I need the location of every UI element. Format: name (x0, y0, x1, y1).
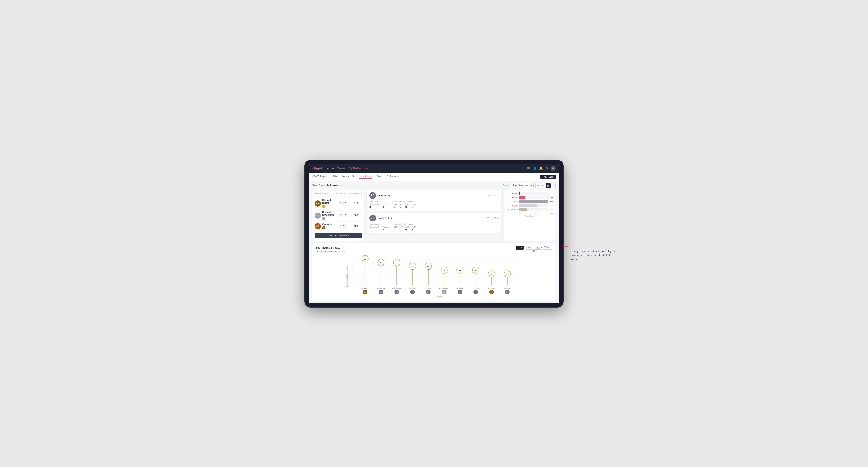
lollipop-quick: 3x C. Quick CQ (504, 271, 511, 294)
nav-home[interactable]: Home (327, 167, 334, 170)
x-label-0: 0 (519, 212, 520, 214)
bar-label-birdies: Birdies (506, 196, 518, 198)
svg-text:CQ: CQ (506, 291, 508, 293)
view-leaderboard-button[interactable]: View Full Leaderboard (315, 233, 362, 238)
bar-track-bogeys (519, 204, 548, 207)
bar-chart: Eagles 3 Birdies (506, 192, 553, 211)
player-card-josh-coles: JC Josh Coles 26 Aug 2023 Total Rounds (367, 213, 501, 233)
lollipop-ford: 4x D. Ford DF (457, 267, 463, 294)
lollipop-chart: Best Streak, Fairway Accuracy 0 2 4 6 (316, 255, 552, 297)
svg-text:R. Britt: R. Britt (426, 287, 431, 289)
streaks-title-text: Best Round Streaks (316, 246, 340, 249)
svg-text:5x: 5x (427, 266, 430, 268)
bar-count-birdies: 96 (551, 196, 553, 198)
list-view-btn[interactable]: ≡ (540, 183, 545, 188)
svg-text:6x: 6x (380, 262, 382, 264)
show-label: Show (503, 184, 509, 187)
app-val-rees: 0 (400, 206, 403, 208)
streaks-header: Best Round Streaks ← OTT APP ARG PUTT (316, 246, 552, 250)
player-name-1: Richard Butler (322, 199, 336, 204)
svg-text:C. Quick: C. Quick (504, 287, 511, 289)
bar-label-pars: Pars (506, 200, 518, 203)
x-label-400: 400 (550, 212, 553, 214)
sub-nav-hcaps[interactable]: Hcaps 1-5 (342, 175, 354, 178)
content-grid: PLAYER NAME PB SCORE PB AVG SQ RB Richar… (312, 190, 556, 241)
nav-my-performance[interactable]: My Performance (349, 167, 368, 170)
bar-fill-eagles (519, 192, 520, 195)
right-panel: Eagles 3 Birdies (504, 190, 556, 241)
card-name-rees: Rees Britt (378, 194, 390, 197)
svg-text:DF: DF (459, 291, 461, 293)
team-header: Team Clippd 14 Players ✏ Show Last 3 mon… (312, 183, 556, 188)
search-icon[interactable]: 🔍 (527, 166, 531, 170)
svg-text:E. Ewert: E. Ewert (362, 287, 368, 289)
leaderboard-header: PLAYER NAME PB SCORE PB AVG SQ (315, 192, 362, 196)
edit-icon[interactable]: ✏ (340, 184, 342, 187)
bar-count-eagles: 3 (552, 192, 553, 195)
user-avatar[interactable]: U (551, 166, 556, 171)
lollipop-butler: 3x R. Butler RB (488, 271, 495, 294)
filter-ott[interactable]: OTT (516, 246, 524, 250)
leaderboard-panel: PLAYER NAME PB SCORE PB AVG SQ RB Richar… (312, 190, 364, 241)
table-view-btn[interactable]: ▤ (546, 183, 551, 188)
svg-text:J. Coles: J. Coles (409, 287, 415, 289)
add-team-button[interactable]: Add Team (540, 175, 556, 179)
chart-view-btn[interactable]: ↕ (551, 183, 556, 188)
ott-val-rees: 0 (394, 206, 397, 208)
total-rounds-label: Total Rounds (369, 201, 389, 203)
lb-avg-3: 103 (350, 225, 362, 228)
player-rank-2: 2 (322, 217, 326, 220)
lb-score-1: 19/20 (336, 202, 350, 205)
svg-text:Best Streak, Fairway Accuracy: Best Streak, Fairway Accuracy (346, 264, 348, 287)
bell-icon[interactable]: 🔔 (539, 166, 543, 170)
annotation-arrow (528, 240, 576, 254)
bar-count-bogeys: 311 (550, 205, 553, 207)
svg-text:B. McHarg: B. McHarg (377, 287, 385, 289)
bar-row-pars: Pars 499 (506, 200, 553, 203)
user-icon[interactable]: 👤 (533, 166, 537, 170)
player-count: 14 Players (327, 184, 339, 187)
card-name-josh: Josh Coles (378, 217, 392, 220)
svg-text:4: 4 (350, 269, 351, 271)
settings-icon[interactable]: ⚙ (545, 166, 548, 170)
sub-nav-team-clippd[interactable]: Team Clippd (359, 175, 372, 179)
bar-count-double-bogeys: 131 (550, 209, 553, 211)
sub-nav-all-players[interactable]: All Players (386, 175, 398, 178)
svg-text:Players: Players (436, 295, 442, 297)
sub-nav-pgat[interactable]: PGAT Players (312, 175, 328, 178)
lollipop-crossman: 4x E. Crossman EC (439, 267, 449, 294)
bar-fill-double-bogeys (519, 208, 527, 211)
sub-nav-pga[interactable]: PGA (333, 175, 338, 178)
card-date-josh: 26 Aug 2023 (487, 217, 499, 219)
x-label-200: 200 (534, 212, 537, 214)
nav-icons: 🔍 👤 🔔 ⚙ U (527, 166, 556, 171)
svg-text:4x: 4x (459, 269, 461, 272)
player-avatar-3: CA (315, 223, 321, 229)
bar-label-double-bogeys: D. Bogeys + (506, 209, 518, 211)
grid-view-btn[interactable]: ⊞ (535, 183, 540, 188)
main-content: Team Clippd 14 Players ✏ Show Last 3 mon… (309, 181, 559, 303)
bar-track-birdies (519, 196, 549, 199)
player-avatar-1: RB (315, 200, 321, 207)
bar-row-bogeys: Bogeys 311 (506, 204, 553, 207)
svg-text:D. Ford: D. Ford (457, 287, 463, 289)
svg-text:DB: DB (396, 291, 398, 293)
lollipop-britt: 5x R. Britt RB (425, 263, 432, 294)
card-stats-josh: Total Rounds Tournament 7 Practice (369, 223, 499, 231)
card-avatar-rees: RB (369, 192, 376, 199)
tournament-val-rees: 8 (369, 206, 379, 208)
card-date-rees: 02 Sep 2023 (487, 194, 499, 197)
sub-nav-tour[interactable]: Tour (377, 175, 382, 178)
practice-val-rees: 4 (382, 206, 389, 208)
player-name-2: Edward Crossman (322, 211, 336, 216)
bar-label-eagles: Eagles (506, 192, 518, 195)
nav-teams[interactable]: Teams (338, 167, 345, 170)
player-name-3: Cameron... (322, 223, 335, 226)
period-select[interactable]: Last 3 months Last 6 months Last year (511, 183, 533, 188)
streaks-section: Best Round Streaks ← OTT APP ARG PUTT Of… (312, 243, 556, 301)
col-player-name: PLAYER NAME (315, 192, 336, 195)
streaks-subtitle: Off The Tee, Fairway Accuracy (316, 250, 552, 253)
svg-text:3x: 3x (491, 273, 493, 275)
view-icons: ⊞ ≡ ▤ ↕ (535, 183, 556, 188)
player-rank-1: 1 (322, 205, 326, 208)
